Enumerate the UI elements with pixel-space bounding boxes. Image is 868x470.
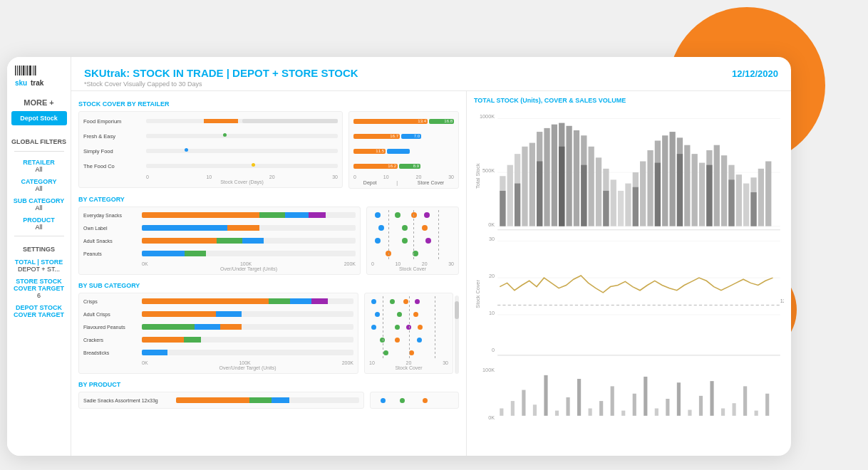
bar-30: [714, 145, 720, 226]
sales-bar-23: [743, 386, 747, 415]
subcat-axis-label: Over/Under Target (Units): [83, 365, 353, 370]
store-stock-cover-value[interactable]: 6: [37, 292, 41, 299]
bar-20: [640, 161, 646, 226]
cover-row-4: 16.2 8.9: [353, 160, 454, 172]
cat-row-4: Peanuts: [83, 249, 356, 258]
retailer-filter-value[interactable]: All: [35, 166, 42, 173]
subcat-row-3: Flavoured Peanuts: [83, 322, 353, 332]
bar-27: [692, 154, 698, 226]
category-section-title: BY CATEGORY: [78, 196, 459, 203]
bar-28: [699, 163, 705, 226]
dark-bar-5: [581, 165, 587, 226]
retailer-cover-chart: 13.4 16.8 16.7: [348, 111, 459, 189]
bar-26: [684, 145, 690, 226]
cat-row-3: Adult Snacks: [83, 236, 356, 246]
bar-7: [544, 128, 549, 226]
cat-row-2: Own Label: [83, 223, 356, 233]
total-store-label: TOTAL | STORE: [15, 258, 63, 266]
bar-31: [721, 155, 727, 226]
cover-axis-0: 0: [353, 174, 356, 179]
product-filter-value[interactable]: All: [35, 224, 42, 231]
cat-name-1: Everyday Snacks: [83, 213, 142, 218]
sales-bar-1: [500, 408, 503, 415]
svg-rect-0: [15, 66, 16, 75]
retailer-row-food-emporium: Food Emporium: [83, 115, 338, 127]
category-filter-label: CATEGORY: [21, 178, 56, 185]
sales-bar-25: [765, 394, 769, 416]
sub-category-filter-label: SUB CATEGORY: [14, 197, 65, 204]
bar-2: [507, 165, 513, 226]
cat-name-4: Peanuts: [83, 251, 142, 256]
sales-bar-17: [677, 382, 681, 416]
dot-axis-20: 20: [422, 261, 428, 266]
dark-bar-9: [677, 154, 683, 226]
bar-17: [618, 191, 624, 226]
sales-bar-19: [699, 396, 703, 416]
sidebar-divider-2: [14, 236, 64, 236]
subcat-row-1: Crisps: [83, 296, 353, 306]
cover-axis-10: 10: [383, 174, 389, 179]
dot-cat-1-3: [411, 212, 417, 218]
cover-y-30: 30: [489, 236, 495, 242]
svg-rect-7: [29, 66, 31, 75]
header: SKUtrak: STOCK IN TRADE | DEPOT + STORE …: [71, 57, 791, 91]
retailer-name-3: Simply Food: [83, 148, 146, 155]
subcat-row-4: Crackers: [83, 335, 353, 345]
category-chart-container: Everyday Snacks Own Label: [78, 207, 459, 275]
subcat-axis-200k: 200K: [342, 360, 353, 365]
svg-text:sku: sku: [15, 79, 27, 87]
svg-rect-5: [26, 66, 26, 75]
target-label: 12 Da: [780, 298, 784, 304]
axis-10: 10: [206, 174, 212, 179]
main-card: sku trak MORE + Depot Stock GLOBAL FILTE…: [7, 57, 791, 456]
depot-stock-button[interactable]: Depot Stock: [11, 111, 67, 125]
sales-bar-16: [666, 399, 669, 416]
sub-category-filter-value[interactable]: All: [35, 204, 42, 212]
bar-5: [529, 143, 535, 226]
retailer-name-2: Fresh & Easy: [83, 133, 146, 140]
dot-cat-1-2: [395, 212, 401, 218]
more-button[interactable]: MORE +: [24, 98, 53, 107]
product-bars: Sadie Snacks Assortment 12x33g: [78, 392, 364, 409]
dark-bar-7: [633, 187, 639, 226]
total-store-value[interactable]: DEPOT + ST...: [18, 266, 60, 273]
sub-category-right: 10 20 30 Stock Cover: [364, 293, 459, 374]
right-chart-title: TOTAL STOCK (Units), COVER & SALES VOLUM…: [474, 97, 784, 104]
subcat-name-3: Flavoured Peanuts: [83, 325, 142, 330]
retailer-row-food-co: The Food Co: [83, 160, 338, 172]
bar-8: [552, 125, 557, 226]
sales-bar-13: [633, 394, 636, 416]
bar-14: [596, 157, 601, 226]
product-name-1: Sadie Snacks Assortment 12x33g: [83, 398, 176, 403]
sidebar-divider-1: [14, 151, 64, 152]
retailer-row-fresh-easy: Fresh & Easy: [83, 130, 338, 142]
store-val-1: 16.8: [444, 119, 453, 124]
bar-13: [589, 147, 594, 226]
retailer-filter-label: RETAILER: [23, 159, 54, 166]
sub-category-section-title: BY SUB CATEGORY: [78, 282, 459, 289]
svg-rect-4: [23, 66, 25, 75]
body-panels: STOCK COVER BY RETAILER Food Emporium: [71, 91, 791, 456]
sales-bar-5: [544, 375, 547, 416]
dot-row-cat-4: [371, 249, 454, 258]
header-title-prefix: SKUtrak:: [84, 67, 133, 79]
depot-stock-cover-label: DEPOT STOCK COVER TARGET: [7, 304, 71, 318]
cover-row-1: 13.4 16.8: [353, 115, 454, 127]
bar-21: [647, 150, 653, 226]
category-filter-value[interactable]: All: [35, 185, 42, 192]
bar-37: [765, 161, 771, 226]
scroll-indicator[interactable]: [455, 296, 459, 374]
sales-bar-7: [566, 397, 569, 416]
svg-rect-1: [17, 66, 18, 75]
sales-bar-4: [533, 404, 537, 416]
scroll-thumb[interactable]: [455, 301, 459, 319]
dot-axis-label: Stock Cover: [371, 266, 454, 271]
dark-bar-2: [515, 184, 520, 226]
right-chart-area: 1000K 500K 0K Total Stock: [474, 108, 784, 456]
dark-bar-10: [706, 165, 712, 226]
cover-y-10: 10: [489, 310, 495, 316]
stock-cover-line: [500, 276, 773, 293]
sales-bar-21: [721, 408, 725, 415]
bar-10: [566, 126, 572, 226]
product-row-1: Sadie Snacks Assortment 12x33g: [83, 395, 359, 405]
